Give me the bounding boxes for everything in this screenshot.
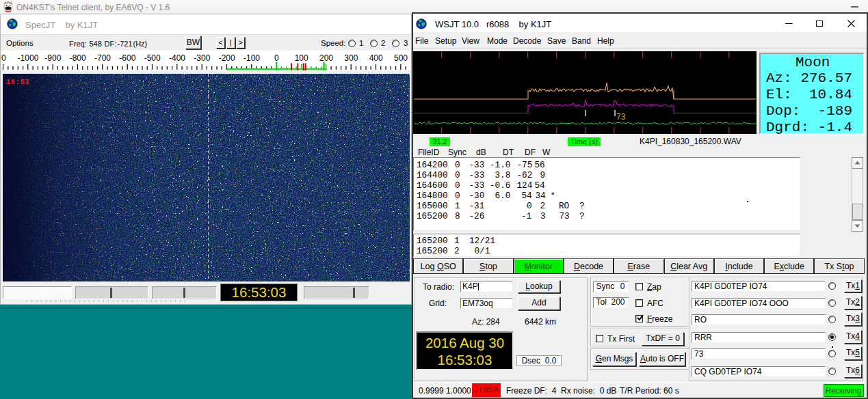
svg-text:-300: -300: [194, 53, 210, 63]
svg-text:-700: -700: [94, 53, 111, 63]
svg-text:0: 0: [274, 53, 279, 63]
svg-text:500: 500: [394, 53, 408, 63]
svg-text:-500: -500: [144, 53, 161, 63]
svg-text:100: 100: [295, 53, 308, 63]
svg-text:400: 400: [369, 53, 383, 63]
svg-text:300: 300: [344, 53, 358, 63]
svg-text:-800: -800: [70, 53, 86, 63]
svg-text:-600: -600: [119, 53, 135, 63]
svg-text:0: 0: [1, 53, 6, 63]
svg-text:-100: -100: [244, 53, 260, 63]
svg-text:73: 73: [616, 112, 626, 122]
svg-text:200: 200: [319, 53, 333, 63]
svg-text:-200: -200: [219, 53, 235, 63]
svg-text:-1000: -1000: [18, 53, 39, 63]
svg-text:-400: -400: [169, 53, 185, 63]
svg-text:-900: -900: [44, 53, 61, 63]
